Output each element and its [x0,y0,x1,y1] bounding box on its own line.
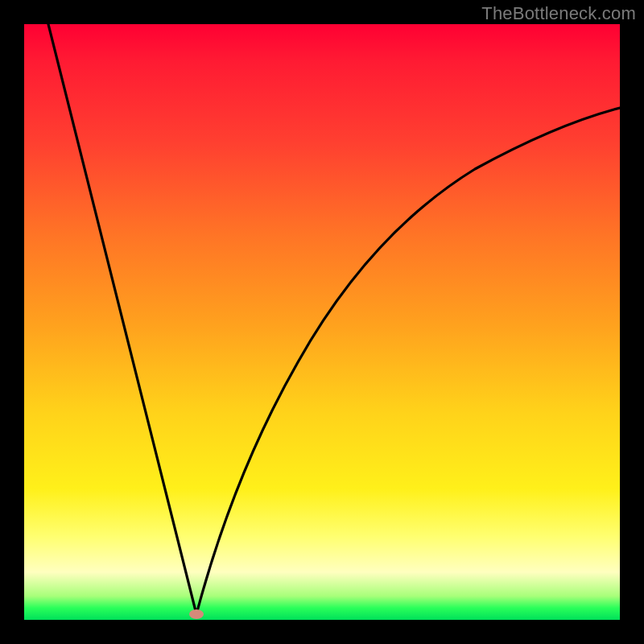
min-point-marker [189,609,204,619]
bottleneck-curve [24,24,620,620]
curve-left-branch [48,24,196,614]
chart-frame: TheBottleneck.com [0,0,644,644]
curve-right-branch [196,108,620,614]
plot-area [24,24,620,620]
watermark-text: TheBottleneck.com [481,3,636,24]
